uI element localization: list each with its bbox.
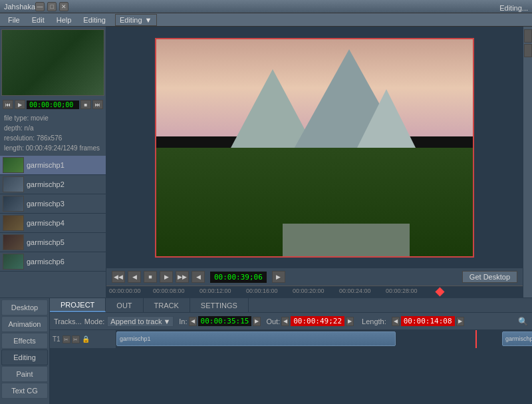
sidebar-item-editing[interactable]: Editing bbox=[1, 349, 48, 365]
track-clip-1[interactable]: garmischp1 bbox=[116, 331, 396, 346]
sidebar-item-paint[interactable]: Paint bbox=[1, 366, 48, 382]
out-step-forward[interactable]: ▶ bbox=[346, 317, 354, 326]
clip-item[interactable]: garmischp3 bbox=[0, 194, 106, 214]
video-content bbox=[156, 39, 473, 256]
out-timecode-value: 00:00:49;22 bbox=[293, 317, 342, 325]
fast-forward-button[interactable]: ▶▶ bbox=[176, 271, 189, 283]
tracks-label: Tracks... bbox=[54, 317, 82, 325]
clip-name: garmischp5 bbox=[27, 238, 65, 246]
minimize-button[interactable]: — bbox=[35, 2, 45, 11]
play-button[interactable]: ▶ bbox=[160, 271, 173, 283]
in-step-forward[interactable]: ▶ bbox=[253, 317, 261, 326]
menu-editing[interactable]: Editing bbox=[78, 15, 111, 25]
video-display bbox=[106, 27, 523, 268]
menu-file[interactable]: File bbox=[3, 15, 25, 25]
right-panel bbox=[523, 27, 532, 298]
mode-dropdown[interactable]: Append to track ▼ bbox=[107, 316, 174, 327]
track-info: T1 ✂ ✂ 🔒 bbox=[50, 330, 116, 348]
skip-back-button[interactable]: ⏮ bbox=[3, 100, 13, 109]
ruler-mark: 00:00:20:00 bbox=[293, 288, 325, 294]
rewind-button[interactable]: ◀◀ bbox=[112, 271, 125, 283]
editing-dropdown-label: Editing bbox=[120, 16, 142, 24]
track-buttons: ✂ ✂ bbox=[63, 335, 80, 343]
tab-bar: PROJECT OUT TRACK SETTINGS bbox=[50, 298, 532, 313]
mode-value: Append to track bbox=[110, 317, 162, 325]
menu-help[interactable]: Help bbox=[51, 15, 77, 25]
clip-label: garmischp1 bbox=[120, 335, 151, 342]
skip-forward-button[interactable]: ▶ bbox=[272, 271, 285, 283]
right-scroll-down[interactable] bbox=[524, 44, 532, 57]
app-title: Jahshaka bbox=[4, 3, 35, 11]
editing-mode-dropdown[interactable]: Editing ▼ bbox=[115, 14, 157, 26]
sidebar-item-effects[interactable]: Effects bbox=[1, 333, 48, 349]
stop-button[interactable]: ■ bbox=[80, 100, 91, 109]
chevron-down-icon: ▼ bbox=[163, 317, 170, 325]
skip-forward-button[interactable]: ⏭ bbox=[92, 100, 103, 109]
search-button[interactable]: 🔍 bbox=[517, 316, 528, 327]
resolution: resolution: 786x576 bbox=[4, 133, 102, 143]
chevron-down-icon: ▼ bbox=[145, 16, 152, 24]
clip-name: garmischp6 bbox=[27, 258, 65, 266]
clip-thumbnail bbox=[3, 215, 24, 231]
main-content: ⏮ ▶ 00:00:00;00 ■ ⏭ file type: movie dep… bbox=[0, 27, 532, 298]
depth: depth: n/a bbox=[4, 123, 102, 133]
out-group: Out: ◀ 00:00:49;22 ▶ bbox=[266, 316, 354, 326]
sidebar-item-desktop[interactable]: Desktop bbox=[1, 300, 48, 315]
close-button[interactable]: ✕ bbox=[59, 2, 68, 11]
timecode-display: 00:00:00;00 bbox=[27, 101, 79, 109]
out-label: Out: bbox=[266, 317, 280, 325]
left-sidebar: Desktop Animation Effects Editing Paint … bbox=[0, 298, 50, 404]
ruler-mark: 00:00:08:00 bbox=[153, 288, 185, 294]
clip-thumbnail bbox=[3, 176, 24, 192]
clip-item[interactable]: garmischp6 bbox=[0, 252, 106, 272]
clip-item[interactable]: garmischp4 bbox=[0, 214, 106, 233]
stop-button[interactable]: ■ bbox=[144, 271, 157, 283]
skip-back-button[interactable]: ◀ bbox=[192, 271, 205, 283]
tab-out[interactable]: OUT bbox=[106, 298, 143, 312]
length-group: ◀ 00:00:14:08 ▶ bbox=[392, 316, 464, 326]
in-timecode: 00:00:35:15 bbox=[198, 316, 252, 326]
clip-item[interactable]: garmischp5 bbox=[0, 233, 106, 252]
lock-icon[interactable]: 🔒 bbox=[82, 335, 90, 343]
sidebar-item-animation[interactable]: Animation bbox=[1, 316, 48, 332]
length-timecode-value: 00:00:14:08 bbox=[404, 317, 452, 325]
tab-track[interactable]: TRACK bbox=[144, 298, 190, 312]
get-desktop-button[interactable]: Get Desktop bbox=[462, 271, 517, 283]
top-editing-label: Editing... bbox=[499, 4, 528, 12]
cut-icon[interactable]: ✂ bbox=[63, 335, 70, 343]
clip-item[interactable]: garmischp2 bbox=[0, 175, 106, 194]
play-button[interactable]: ▶ bbox=[15, 100, 25, 109]
clip-thumbnail bbox=[3, 196, 24, 212]
video-timecode: 00:00:39;06 bbox=[210, 272, 267, 283]
clip-thumbnail bbox=[3, 234, 24, 250]
tab-project[interactable]: PROJECT bbox=[50, 298, 106, 312]
in-group: In: ◀ 00:00:35:15 ▶ bbox=[179, 316, 261, 326]
track-rows: T1 ✂ ✂ 🔒 garmischp1 garmischp1 bbox=[50, 330, 532, 349]
cut-icon-2[interactable]: ✂ bbox=[72, 335, 80, 343]
out-step-back[interactable]: ◀ bbox=[281, 317, 289, 326]
track-label: T1 bbox=[53, 335, 61, 343]
bottom-main: PROJECT OUT TRACK SETTINGS Tracks... Mod… bbox=[50, 298, 532, 404]
ruler-mark: 00:00:28:00 bbox=[386, 288, 418, 294]
right-scroll-up[interactable] bbox=[524, 29, 532, 43]
maximize-button[interactable]: □ bbox=[47, 2, 57, 11]
out-timecode: 00:00:49;22 bbox=[291, 316, 344, 326]
preview-thumbnail bbox=[1, 29, 104, 96]
ruler-mark: 00:00:16:00 bbox=[246, 288, 278, 294]
in-step-back[interactable]: ◀ bbox=[189, 317, 197, 326]
video-controls: ◀◀ ◀ ■ ▶ ▶▶ ◀ 00:00:39;06 ▶ Get Desktop bbox=[106, 268, 523, 286]
tab-settings[interactable]: SETTINGS bbox=[190, 298, 249, 312]
length-step-back[interactable]: ◀ bbox=[392, 317, 400, 326]
thumb-image bbox=[2, 30, 104, 95]
sidebar-item-textcg[interactable]: Text CG bbox=[1, 383, 48, 399]
playhead-diamond bbox=[435, 287, 444, 296]
step-back-button[interactable]: ◀ bbox=[128, 271, 141, 283]
menu-edit[interactable]: Edit bbox=[27, 15, 50, 25]
media-controls: ⏮ ▶ 00:00:00;00 ■ ⏭ bbox=[0, 99, 106, 110]
clip-item[interactable]: garmischp1 bbox=[0, 156, 106, 175]
timeline-area: T1 ✂ ✂ 🔒 garmischp1 garmischp1 bbox=[50, 330, 532, 404]
clip-name: garmischp1 bbox=[27, 161, 65, 169]
track-clip-2[interactable]: garmischp1 bbox=[502, 331, 532, 346]
length-step-forward[interactable]: ▶ bbox=[456, 317, 464, 326]
titlebar: Jahshaka — □ ✕ bbox=[0, 0, 532, 13]
